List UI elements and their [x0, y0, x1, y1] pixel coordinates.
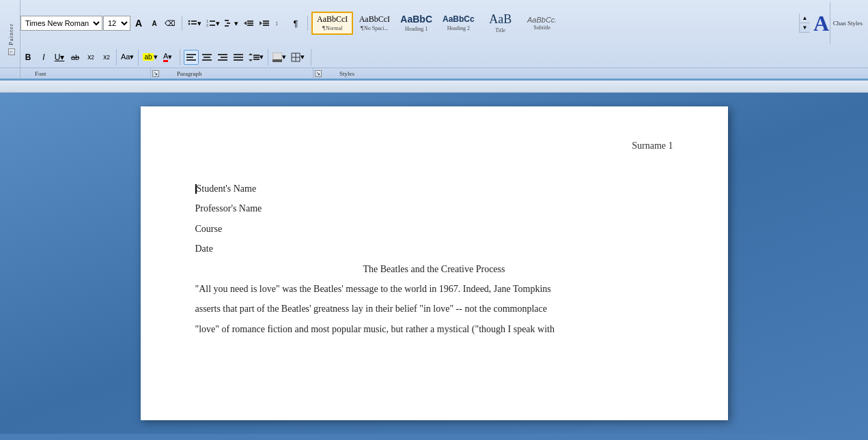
bullets-button[interactable]: ▾ [186, 16, 204, 31]
svg-rect-30 [234, 57, 243, 58]
svg-rect-12 [247, 20, 253, 22]
svg-text:↕: ↕ [275, 20, 279, 27]
svg-rect-34 [253, 55, 260, 56]
shading-button[interactable]: ▾ [270, 50, 288, 65]
student-name-line: Student's Name [195, 179, 673, 199]
style-title[interactable]: AaB Title [480, 12, 521, 35]
font-expand-icon[interactable]: ↘ [152, 70, 159, 77]
font-grow-button[interactable]: A [131, 16, 146, 31]
style-normal-preview: AaBbCcI [317, 15, 348, 24]
styles-scroll-down[interactable]: ▼ [800, 23, 810, 33]
svg-rect-26 [218, 54, 227, 55]
align-left-button[interactable] [184, 50, 199, 65]
style-title-preview: AaB [489, 13, 512, 27]
borders-button[interactable]: ▾ [289, 50, 307, 65]
painter-label: Painter [8, 23, 14, 46]
case-button[interactable]: Aa▾ [119, 50, 136, 65]
svg-rect-22 [186, 59, 196, 61]
chan-styles-label: Chan Styles [833, 19, 863, 28]
style-no-spacing[interactable]: AaBbCcI ¶ No Spaci... [354, 12, 395, 35]
align-justify-button[interactable] [231, 50, 246, 65]
style-normal[interactable]: AaBbCcI ¶ Normal [311, 12, 353, 35]
svg-rect-28 [218, 59, 227, 61]
document-area: Surname 1 Student's Name Professor's Nam… [0, 93, 868, 434]
svg-rect-3 [191, 23, 197, 25]
svg-rect-36 [253, 59, 260, 60]
svg-rect-16 [263, 20, 269, 22]
style-heading2-preview: AaBbCc [443, 15, 475, 24]
styles-scroll: ▲ ▼ [799, 14, 810, 33]
strikethrough-button[interactable]: ab [68, 50, 83, 65]
toolbar: Painter ⌐ Times New Roman 12 A A ⌫ ▾ 1.2… [0, 0, 868, 78]
subscript-button[interactable]: x2 [83, 50, 98, 65]
sort-button[interactable]: ↕ [272, 16, 288, 31]
date-line: Date [195, 239, 673, 259]
font-color-button[interactable]: A▾ [160, 50, 176, 65]
paragraph-section-label: Paragraph [163, 68, 313, 78]
paragraph-line-3: "love" of romance fiction and most popul… [195, 319, 673, 339]
multilevel-list-button[interactable]: ▾ [223, 16, 240, 31]
style-heading2[interactable]: AaBbCc Heading 2 [438, 12, 479, 35]
highlight-button[interactable]: ab▾ [141, 50, 159, 65]
big-a-icon: A [813, 11, 829, 36]
style-subtitle[interactable]: AaBbCc. Subtitle [522, 12, 563, 35]
style-no-spacing-label: ¶ No Spaci... [361, 25, 389, 31]
underline-button[interactable]: U▾ [52, 50, 67, 65]
paragraph-line-1: "All you need is love" was the Beatles' … [195, 279, 673, 299]
course-line: Course [195, 219, 673, 239]
style-heading2-label: Heading 2 [447, 25, 470, 31]
svg-rect-1 [191, 20, 197, 22]
svg-rect-17 [263, 23, 269, 24]
styles-scroll-up[interactable]: ▲ [800, 14, 810, 23]
svg-rect-18 [263, 25, 269, 26]
bold-button[interactable]: B [20, 50, 36, 65]
svg-rect-29 [234, 54, 243, 55]
align-center-button[interactable] [199, 50, 214, 65]
document-title: The Beatles and the Creative Process [195, 259, 673, 279]
increase-indent-button[interactable] [257, 16, 272, 31]
svg-rect-23 [202, 54, 212, 55]
font-section-row1: Times New Roman 12 A A ⌫ [20, 16, 182, 31]
svg-point-0 [188, 20, 191, 23]
numbering-button[interactable]: 1.2.▾ [204, 16, 222, 31]
svg-text:2.: 2. [206, 23, 209, 27]
student-info-block: Student's Name Professor's Name Course D… [195, 179, 673, 259]
font-shrink-button[interactable]: A [147, 16, 162, 31]
style-subtitle-label: Subtitle [533, 25, 550, 31]
decrease-indent-button[interactable] [241, 16, 256, 31]
svg-rect-21 [186, 57, 193, 58]
superscript-button[interactable]: x2 [99, 50, 114, 65]
svg-marker-32 [249, 53, 253, 55]
align-right-button[interactable] [215, 50, 230, 65]
professor-name-line: Professor's Name [195, 199, 673, 218]
style-heading1[interactable]: AaBbC Heading 1 [395, 12, 437, 35]
svg-rect-31 [234, 59, 243, 61]
font-section-row2: B I U▾ ab x2 x2 Aa▾ ab▾ A▾ [20, 49, 180, 65]
paragraph-expand-icon[interactable]: ↘ [315, 70, 322, 77]
svg-point-2 [188, 23, 191, 25]
svg-rect-5 [210, 20, 215, 22]
svg-rect-8 [225, 20, 229, 21]
font-name-select[interactable]: Times New Roman [20, 16, 102, 31]
svg-rect-10 [225, 25, 229, 27]
document-body: "All you need is love" was the Beatles' … [195, 279, 673, 339]
paragraph-section-row1: ▾ 1.2.▾ ▾ ↕ ¶ [186, 16, 308, 31]
italic-button[interactable]: I [36, 50, 51, 65]
style-no-spacing-preview: AaBbCcI [359, 15, 390, 24]
font-section-label: Font [21, 68, 151, 78]
svg-rect-38 [272, 59, 282, 62]
show-marks-button[interactable]: ¶ [288, 16, 303, 31]
clear-format-button[interactable]: ⌫ [163, 16, 178, 31]
chan-styles-button[interactable]: Chan Styles [830, 2, 865, 44]
svg-rect-9 [227, 23, 230, 24]
line-spacing-button[interactable]: ▾ [247, 50, 266, 65]
painter-expand[interactable]: ⌐ [8, 48, 15, 55]
document-page[interactable]: Surname 1 Student's Name Professor's Nam… [141, 106, 728, 420]
svg-rect-13 [247, 23, 253, 24]
svg-rect-27 [221, 57, 227, 58]
style-heading1-preview: AaBbC [400, 14, 432, 25]
styles-section: AaBbCcI ¶ Normal AaBbCcI ¶ No Spaci... A… [311, 12, 798, 35]
svg-rect-20 [186, 54, 196, 55]
font-size-select[interactable]: 12 [103, 16, 130, 31]
paragraph-section-row2: ▾ ▾ ▾ [184, 49, 311, 65]
